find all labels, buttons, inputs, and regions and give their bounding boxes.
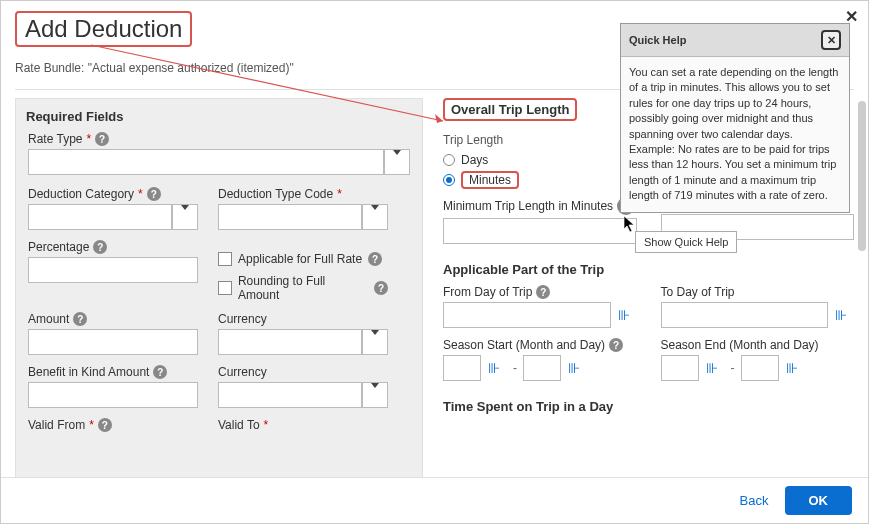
radio-icon-selected [443, 174, 455, 186]
currency-2-dropdown[interactable] [362, 382, 388, 408]
applicable-full-rate-checkbox-row[interactable]: Applicable for Full Rate ? [218, 252, 388, 266]
min-trip-length-input[interactable] [443, 218, 637, 244]
help-icon[interactable]: ? [609, 338, 623, 352]
chevron-down-icon [393, 155, 401, 169]
back-button[interactable]: Back [740, 493, 769, 508]
help-icon[interactable]: ? [536, 285, 550, 299]
chevron-down-icon [371, 210, 379, 224]
label-valid-to: Valid To* [218, 418, 388, 432]
help-icon[interactable]: ? [153, 365, 167, 379]
dialog-footer: Back OK [1, 477, 868, 523]
dash-separator: - [513, 361, 517, 375]
quick-help-body: You can set a rate depending on the leng… [621, 57, 849, 212]
section-applicable-part: Applicable Part of the Trip From Day of … [443, 262, 854, 381]
currency-dropdown[interactable] [362, 329, 388, 355]
section-title-applicable-part: Applicable Part of the Trip [443, 262, 854, 277]
value-help-icon[interactable]: ⊪ [699, 355, 725, 381]
dash-separator: - [731, 361, 735, 375]
deduction-type-code-dropdown[interactable] [362, 204, 388, 230]
season-start-day-input[interactable] [523, 355, 561, 381]
help-icon[interactable]: ? [368, 252, 382, 266]
help-icon[interactable]: ? [95, 132, 109, 146]
required-asterisk: * [86, 132, 91, 146]
help-icon[interactable]: ? [93, 240, 107, 254]
deduction-category-input[interactable] [28, 204, 172, 230]
ok-button[interactable]: OK [785, 486, 853, 515]
deduction-type-code-input[interactable] [218, 204, 362, 230]
label-season-end: Season End (Month and Day) [661, 338, 855, 352]
chevron-down-icon [181, 210, 189, 224]
tooltip-show-quick-help: Show Quick Help [635, 231, 737, 253]
value-help-icon[interactable]: ⊪ [481, 355, 507, 381]
chevron-down-icon [371, 335, 379, 349]
rounding-full-amount-checkbox-row[interactable]: Rounding to Full Amount ? [218, 274, 388, 302]
season-start-month-input[interactable] [443, 355, 481, 381]
label-deduction-type-code: Deduction Type Code* [218, 187, 388, 201]
label-season-start: Season Start (Month and Day) ? [443, 338, 637, 352]
help-icon[interactable]: ? [73, 312, 87, 326]
chevron-down-icon [371, 388, 379, 402]
quick-help-header: Quick Help ✕ [621, 24, 849, 57]
label-from-day: From Day of Trip ? [443, 285, 637, 299]
label-percentage: Percentage ? [28, 240, 198, 254]
quick-help-popover: Quick Help ✕ You can set a rate dependin… [620, 23, 850, 213]
label-amount: Amount ? [28, 312, 198, 326]
help-icon[interactable]: ? [374, 281, 388, 295]
section-title-required: Required Fields [26, 109, 410, 124]
label-currency-2: Currency [218, 365, 388, 379]
season-end-month-input[interactable] [661, 355, 699, 381]
currency-input-2[interactable] [218, 382, 362, 408]
checkbox-icon [218, 252, 232, 266]
label-valid-from: Valid From* ? [28, 418, 198, 432]
label-min-trip-length: Minimum Trip Length in Minutes ? [443, 197, 637, 215]
required-fields-panel: Required Fields Rate Type* ? Deduction C… [15, 98, 423, 478]
dialog-title: Add Deduction [15, 11, 192, 47]
currency-input[interactable] [218, 329, 362, 355]
to-day-input[interactable] [661, 302, 829, 328]
label-deduction-category: Deduction Category* ? [28, 187, 198, 201]
label-to-day: To Day of Trip [661, 285, 855, 299]
amount-input[interactable] [28, 329, 198, 355]
section-title-time-spent: Time Spent on Trip in a Day [443, 399, 854, 414]
season-end-day-input[interactable] [741, 355, 779, 381]
label-currency: Currency [218, 312, 388, 326]
help-icon[interactable]: ? [98, 418, 112, 432]
add-deduction-dialog: ✕ Add Deduction Rate Bundle: "Actual exp… [1, 1, 868, 523]
section-time-spent: Time Spent on Trip in a Day [443, 399, 854, 414]
rate-type-dropdown[interactable] [384, 149, 410, 175]
benefit-in-kind-input[interactable] [28, 382, 198, 408]
rate-type-input[interactable] [28, 149, 384, 175]
value-help-icon[interactable]: ⊪ [828, 302, 854, 328]
checkbox-icon [218, 281, 232, 295]
value-help-icon[interactable]: ⊪ [561, 355, 587, 381]
scrollbar-thumb[interactable] [858, 101, 866, 251]
radio-icon [443, 154, 455, 166]
value-help-icon[interactable]: ⊪ [611, 302, 637, 328]
help-icon[interactable]: ? [147, 187, 161, 201]
label-rate-type: Rate Type* ? [28, 132, 410, 146]
value-help-icon[interactable]: ⊪ [779, 355, 805, 381]
section-title-overall-trip: Overall Trip Length [443, 98, 577, 121]
deduction-category-dropdown[interactable] [172, 204, 198, 230]
from-day-input[interactable] [443, 302, 611, 328]
label-benefit-in-kind: Benefit in Kind Amount ? [28, 365, 198, 379]
percentage-input[interactable] [28, 257, 198, 283]
quick-help-close-button[interactable]: ✕ [821, 30, 841, 50]
